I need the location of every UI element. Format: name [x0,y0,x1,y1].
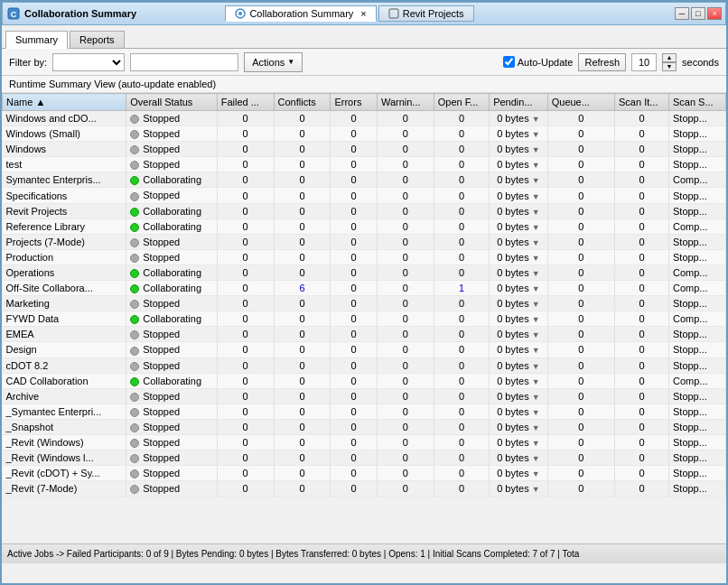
pending-dropdown[interactable]: ▼ [532,176,540,185]
pending-dropdown[interactable]: ▼ [532,485,540,494]
cell-errors: 0 [331,434,377,450]
table-row[interactable]: Operations Collaborating 0 0 0 0 0 0 byt… [3,265,726,280]
refresh-value-input[interactable] [631,53,657,71]
table-row[interactable]: _Snapshot Stopped 0 0 0 0 0 0 bytes ▼ 0 … [3,419,726,434]
cell-status: Stopped [126,157,217,172]
table-row[interactable]: Archive Stopped 0 0 0 0 0 0 bytes ▼ 0 0 … [3,388,726,404]
cell-name: Windows and cDO... [3,111,126,126]
cell-status: Collaborating [126,172,217,188]
table-row[interactable]: Marketing Stopped 0 0 0 0 0 0 bytes ▼ 0 … [3,296,726,311]
table-row[interactable]: Reference Library Collaborating 0 0 0 0 … [3,218,726,234]
pending-dropdown[interactable]: ▼ [532,454,540,463]
table-row[interactable]: _Revit (Windows) Stopped 0 0 0 0 0 0 byt… [3,434,726,450]
pending-dropdown[interactable]: ▼ [532,254,540,263]
table-row[interactable]: EMEA Stopped 0 0 0 0 0 0 bytes ▼ 0 0 Sto… [3,327,726,342]
scrollable-table[interactable]: Name ▲ Overall Status Failed ... Conflic… [2,93,726,543]
table-row[interactable]: _Revit (cDOT) + Sy... Stopped 0 0 0 0 0 … [3,466,726,481]
table-row[interactable]: Symantec Enterpris... Collaborating 0 0 … [3,172,726,188]
col-header-scans[interactable]: Scan S... [668,94,725,111]
pending-dropdown[interactable]: ▼ [532,469,540,478]
table-row[interactable]: CAD Collaboration Collaborating 0 0 0 0 … [3,373,726,388]
pending-dropdown[interactable]: ▼ [532,208,540,217]
cell-name: Marketing [3,296,126,311]
col-header-conflicts[interactable]: Conflicts [274,94,331,111]
cell-warnings: 0 [377,203,434,218]
cell-openf: 0 [434,126,489,142]
pending-dropdown[interactable]: ▼ [532,223,540,232]
actions-button[interactable]: Actions ▼ [244,52,303,72]
pending-dropdown[interactable]: ▼ [532,130,540,139]
table-row[interactable]: FYWD Data Collaborating 0 0 0 0 0 0 byte… [3,311,726,327]
pending-dropdown[interactable]: ▼ [532,269,540,278]
table-row[interactable]: test Stopped 0 0 0 0 0 0 bytes ▼ 0 0 Sto… [3,157,726,172]
title-tab-collab[interactable]: Collaboration Summary × [225,5,376,22]
tab-reports[interactable]: Reports [70,31,125,48]
spinner-down[interactable]: ▼ [662,62,677,71]
tab-summary[interactable]: Summary [5,31,68,49]
spinner-up[interactable]: ▲ [662,53,677,62]
window-frame: C Collaboration Summary Collaboration Su… [0,0,728,585]
maximize-button[interactable]: □ [691,7,705,20]
col-header-failed[interactable]: Failed ... [217,94,274,111]
table-row[interactable]: _Revit (Windows l... Stopped 0 0 0 0 0 0… [3,450,726,466]
table-row[interactable]: Off-Site Collabora... Collaborating 0 6 … [3,281,726,296]
table-row[interactable]: Windows Stopped 0 0 0 0 0 0 bytes ▼ 0 0 … [3,142,726,157]
auto-update-label[interactable]: Auto-Update [503,56,574,68]
close-tab-btn[interactable]: × [360,8,366,19]
pending-dropdown[interactable]: ▼ [532,115,540,124]
cell-warnings: 0 [377,327,434,342]
cell-errors: 0 [331,249,377,265]
cell-name: Reference Library [3,218,126,234]
col-header-errors[interactable]: Errors [331,94,377,111]
pending-dropdown[interactable]: ▼ [532,346,540,355]
auto-update-checkbox[interactable] [503,56,515,68]
cell-pending: 0 bytes ▼ [490,142,548,157]
pending-dropdown[interactable]: ▼ [532,315,540,324]
status-dot [130,330,139,339]
cell-errors: 0 [331,172,377,188]
pending-dropdown[interactable]: ▼ [532,145,540,154]
cell-openf: 0 [434,358,489,373]
pending-dropdown[interactable]: ▼ [532,408,540,417]
pending-dropdown[interactable]: ▼ [532,192,540,201]
col-header-warnings[interactable]: Warnin... [377,94,434,111]
cell-conflicts: 0 [274,419,331,434]
table-row[interactable]: Windows and cDO... Stopped 0 0 0 0 0 0 b… [3,111,726,126]
col-header-openf[interactable]: Open F... [434,94,489,111]
pending-dropdown[interactable]: ▼ [532,330,540,339]
col-header-name[interactable]: Name ▲ [3,94,126,111]
col-header-queued[interactable]: Queue... [547,94,614,111]
pending-dropdown[interactable]: ▼ [532,284,540,293]
table-row[interactable]: Design Stopped 0 0 0 0 0 0 bytes ▼ 0 0 S… [3,342,726,358]
title-tab-revit[interactable]: Revit Projects [378,5,474,22]
pending-dropdown[interactable]: ▼ [532,377,540,386]
table-row[interactable]: Projects (7-Mode) Stopped 0 0 0 0 0 0 by… [3,234,726,249]
filter-dropdown[interactable] [52,53,125,71]
table-row[interactable]: Specifications Stopped 0 0 0 0 0 0 bytes… [3,188,726,203]
table-row[interactable]: Production Stopped 0 0 0 0 0 0 bytes ▼ 0… [3,249,726,265]
minimize-button[interactable]: ─ [675,7,689,20]
pending-dropdown[interactable]: ▼ [532,362,540,371]
pending-dropdown[interactable]: ▼ [532,238,540,247]
table-row[interactable]: _Symantec Enterpri... Stopped 0 0 0 0 0 … [3,404,726,419]
table-row[interactable]: cDOT 8.2 Stopped 0 0 0 0 0 0 bytes ▼ 0 0… [3,358,726,373]
col-header-scanit[interactable]: Scan It... [615,94,669,111]
status-dot [130,254,139,263]
refresh-button[interactable]: Refresh [578,53,626,71]
table-row[interactable]: Revit Projects Collaborating 0 0 0 0 0 0… [3,203,726,218]
cell-pending: 0 bytes ▼ [490,466,548,481]
cell-name: cDOT 8.2 [3,358,126,373]
pending-dropdown[interactable]: ▼ [532,161,540,170]
table-row[interactable]: Windows (Small) Stopped 0 0 0 0 0 0 byte… [3,126,726,142]
pending-dropdown[interactable]: ▼ [532,393,540,402]
cell-conflicts: 0 [274,450,331,466]
col-header-pending[interactable]: Pendin... [490,94,548,111]
cell-errors: 0 [331,327,377,342]
close-button[interactable]: × [707,7,722,20]
pending-dropdown[interactable]: ▼ [532,300,540,309]
table-row[interactable]: _Revit (7-Mode) Stopped 0 0 0 0 0 0 byte… [3,481,726,497]
pending-dropdown[interactable]: ▼ [532,423,540,432]
col-header-status[interactable]: Overall Status [126,94,217,111]
filter-input[interactable] [130,53,238,71]
pending-dropdown[interactable]: ▼ [532,439,540,448]
